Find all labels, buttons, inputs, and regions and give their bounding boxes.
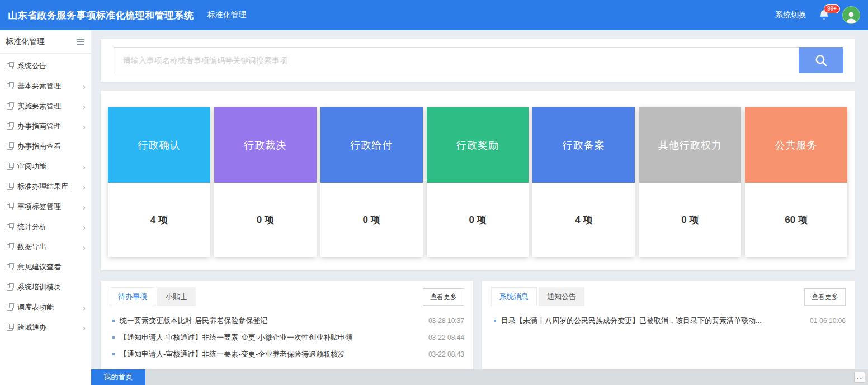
menu-item-label: 调度表功能 — [17, 302, 54, 312]
sidebar: 标准化管理 系统公告 › 基本要素管理 › 实施要素管理 — [0, 30, 91, 385]
panel-tab[interactable]: 通知公告 — [539, 287, 584, 306]
sidebar-menu-item[interactable]: 办事指南管理 › — [0, 116, 91, 136]
menu-page-icon — [7, 264, 13, 270]
chevron-right-icon: › — [83, 82, 86, 91]
menu-page-icon — [7, 83, 13, 89]
menu-item-label: 数据导出 — [17, 242, 46, 252]
panel-tab[interactable]: 小贴士 — [157, 287, 196, 306]
my-home-tab[interactable]: 我的首页 — [91, 369, 145, 385]
chevron-right-icon: › — [83, 203, 86, 211]
sidebar-menu-item[interactable]: 调度表功能 › — [0, 297, 91, 317]
category-label: 行政给付 — [350, 139, 393, 152]
search-icon — [814, 53, 829, 68]
bottom-panels-row: 待办事项 小贴士 查看更多 统一要素变更版本比对-居民养老保险参保登记 03-2… — [101, 281, 855, 381]
menu-page-icon — [7, 244, 13, 250]
category-cards-panel: 行政确认 4 项 行政裁决 0 项 行政给付 — [101, 91, 855, 270]
chevron-right-icon: › — [83, 122, 86, 131]
message-item-time: 01-06 10:06 — [810, 317, 846, 325]
sidebar-menu-item[interactable]: 意见建议查看 › — [0, 257, 91, 277]
sidebar-menu-item[interactable]: 统计分析 › — [0, 217, 91, 237]
category-label: 行政确认 — [138, 139, 180, 152]
todo-item-text: 统一要素变更版本比对-居民养老保险参保登记 — [120, 316, 428, 326]
category-cards-row: 行政确认 4 项 行政裁决 0 项 行政给付 — [108, 107, 847, 257]
chevron-right-icon: › — [83, 324, 86, 332]
sidebar-menu-item[interactable]: 基本要素管理 › — [0, 76, 91, 96]
sidebar-menu-item[interactable]: 办事指南查看 › — [0, 136, 91, 156]
sidebar-menu-item[interactable]: 系统培训模块 › — [0, 277, 91, 297]
message-list-item[interactable]: 目录【未满十八周岁的公民民族成分变更】已被取消，该目录下的要素清单联动... 0… — [491, 312, 846, 329]
category-card[interactable]: 行政裁决 0 项 — [214, 107, 317, 257]
message-item-text: 目录【未满十八周岁的公民民族成分变更】已被取消，该目录下的要素清单联动... — [501, 316, 810, 326]
todo-item-text: 【通知申请人-审核通过】非统一要素-变更-小微企业一次性创业补贴申领 — [120, 332, 428, 343]
sidebar-title: 标准化管理 — [6, 37, 45, 47]
category-label: 其他行政权力 — [658, 139, 722, 152]
panel-tab[interactable]: 待办事项 — [110, 287, 155, 306]
todo-list-item[interactable]: 【通知申请人-审核通过】非统一要素-变更-企业养老保险待遇领取核发 03-22 … — [110, 346, 464, 363]
category-card-header: 行政裁决 — [214, 107, 317, 183]
todo-list-item[interactable]: 【通知申请人-审核通过】非统一要素-变更-小微企业一次性创业补贴申领 03-22… — [110, 329, 464, 346]
menu-page-icon — [7, 284, 13, 291]
chevron-right-icon: › — [83, 243, 86, 251]
message-panel: 系统消息 通知公告 查看更多 目录【未满十八周岁的公民民族成分变更】已被取消，该… — [482, 281, 855, 381]
todo-list-item[interactable]: 统一要素变更版本比对-居民养老保险参保登记 03-28 10:37 — [110, 312, 464, 329]
system-switch-link[interactable]: 系统切换 — [775, 10, 806, 20]
category-card[interactable]: 公共服务 60 项 — [745, 107, 847, 257]
menu-page-icon — [7, 63, 13, 69]
sidebar-menu-item[interactable]: 数据导出 › — [0, 237, 91, 257]
chevron-right-icon: › — [83, 303, 86, 312]
menu-item-label: 办事指南查看 — [17, 141, 61, 151]
menu-page-icon — [7, 325, 13, 331]
todo-panel-tabs: 待办事项 小贴士 — [110, 287, 197, 306]
chevron-right-icon: › — [83, 223, 86, 231]
todo-list: 统一要素变更版本比对-居民养老保险参保登记 03-28 10:37 【通知申请人… — [110, 312, 464, 363]
sidebar-menu-item[interactable]: 跨域通办 › — [0, 317, 91, 338]
menu-item-label: 意见建议查看 — [17, 262, 61, 272]
category-card-header: 行政备案 — [532, 107, 635, 183]
scroll-top-button[interactable]: ︿ — [854, 372, 865, 383]
category-card-header: 其他行政权力 — [639, 107, 741, 183]
search-input[interactable] — [114, 47, 799, 73]
bullet-icon — [494, 320, 496, 322]
sidebar-menu-item[interactable]: 审阅功能 › — [0, 156, 91, 177]
notification-bell-icon[interactable]: 99+ — [819, 9, 830, 21]
category-count: 4 项 — [532, 183, 635, 257]
message-view-more-button[interactable]: 查看更多 — [804, 288, 846, 306]
category-card[interactable]: 其他行政权力 0 项 — [639, 107, 741, 257]
todo-panel: 待办事项 小贴士 查看更多 统一要素变更版本比对-居民养老保险参保登记 03-2… — [101, 281, 473, 381]
message-panel-header: 系统消息 通知公告 查看更多 — [491, 287, 846, 306]
todo-item-time: 03-22 08:44 — [428, 334, 464, 341]
menu-item-label: 审阅功能 — [17, 161, 46, 172]
sidebar-header: 标准化管理 — [0, 30, 91, 54]
sidebar-menu-item[interactable]: 系统公告 › — [0, 56, 91, 76]
category-card[interactable]: 行政奖励 0 项 — [427, 107, 529, 257]
menu-page-icon — [7, 224, 13, 230]
panel-tab[interactable]: 系统消息 — [491, 287, 537, 306]
top-header: 山东省政务服务事项标准化梳理和管理系统 标准化管理 系统切换 99+ — [0, 0, 868, 30]
category-card[interactable]: 行政给付 0 项 — [320, 107, 423, 257]
bullet-icon — [112, 353, 115, 355]
main-content: 行政确认 4 项 行政裁决 0 项 行政给付 — [91, 30, 868, 385]
search-button[interactable] — [799, 47, 843, 73]
menu-page-icon — [7, 164, 13, 170]
menu-page-icon — [7, 204, 13, 210]
todo-item-time: 03-22 08:43 — [428, 350, 464, 358]
sidebar-menu-item[interactable]: 事项标签管理 › — [0, 197, 91, 217]
user-avatar[interactable] — [842, 6, 860, 24]
todo-view-more-button[interactable]: 查看更多 — [423, 288, 464, 306]
menu-item-label: 标准办理结果库 — [17, 182, 68, 192]
menu-item-label: 系统公告 — [17, 61, 46, 71]
sidebar-menu-item[interactable]: 实施要素管理 › — [0, 96, 91, 116]
collapse-menu-icon[interactable] — [77, 41, 84, 42]
category-card-header: 行政奖励 — [427, 107, 529, 183]
todo-panel-header: 待办事项 小贴士 查看更多 — [110, 287, 464, 306]
bullet-icon — [112, 320, 115, 322]
category-card-header: 行政给付 — [320, 107, 423, 183]
menu-page-icon — [7, 305, 13, 311]
message-panel-tabs: 系统消息 通知公告 — [491, 287, 586, 306]
category-count: 4 项 — [108, 183, 210, 257]
menu-page-icon — [7, 144, 13, 150]
app-title: 山东省政务服务事项标准化梳理和管理系统 — [8, 9, 194, 22]
category-card[interactable]: 行政备案 4 项 — [532, 107, 635, 257]
sidebar-menu-item[interactable]: 标准办理结果库 › — [0, 177, 91, 197]
category-card[interactable]: 行政确认 4 项 — [108, 107, 210, 257]
